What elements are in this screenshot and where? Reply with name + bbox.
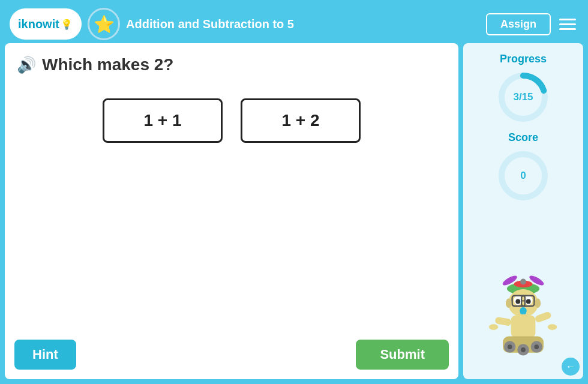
- back-arrow-icon: ←: [566, 361, 575, 372]
- wheel-3-center: [534, 344, 539, 349]
- back-arrow-button[interactable]: ←: [562, 358, 580, 376]
- question-header: 🔊 Which makes 2?: [17, 55, 446, 74]
- submit-button[interactable]: Submit: [356, 340, 449, 370]
- menu-line-1: [559, 19, 576, 20]
- progress-circle: 3/15: [496, 70, 550, 124]
- menu-line-2: [559, 23, 576, 25]
- right-panel: Progress 3/15 Score 0: [463, 43, 583, 379]
- star-icon: ⭐: [94, 14, 115, 34]
- pacifier-guard: [520, 312, 526, 314]
- logo-text: iknowit: [18, 17, 59, 31]
- bulb-icon: 💡: [61, 19, 73, 30]
- ear-right: [535, 299, 541, 308]
- sound-icon[interactable]: 🔊: [17, 56, 36, 74]
- lesson-title: Addition and Subtraction to 5: [126, 17, 480, 31]
- star-badge: ⭐: [88, 8, 120, 40]
- hand-left: [489, 324, 499, 330]
- wheel-1-center: [508, 344, 512, 349]
- arm-right: [534, 311, 551, 323]
- answer-option-2[interactable]: 1 + 2: [241, 98, 361, 143]
- progress-value: 3/15: [513, 91, 533, 103]
- score-value: 0: [520, 170, 526, 182]
- eye-right-pupil: [526, 299, 531, 304]
- header: iknowit 💡 ⭐ Addition and Subtraction to …: [5, 5, 583, 43]
- propeller-center: [520, 279, 526, 285]
- menu-button[interactable]: [557, 16, 578, 32]
- app-frame: iknowit 💡 ⭐ Addition and Subtraction to …: [0, 0, 588, 384]
- wheel-2-center: [521, 347, 526, 352]
- torso: [511, 316, 536, 338]
- hint-button[interactable]: Hint: [14, 340, 76, 370]
- hand-right: [548, 324, 557, 330]
- answer-option-1[interactable]: 1 + 1: [103, 98, 223, 143]
- ear-left: [506, 299, 512, 308]
- eye-left-pupil: [515, 299, 520, 304]
- question-panel: 🔊 Which makes 2? 1 + 1 1 + 2 Hint Submit: [5, 43, 458, 379]
- score-label: Score: [508, 131, 538, 144]
- answer-options: 1 + 1 1 + 2: [17, 98, 446, 143]
- logo: iknowit 💡: [10, 8, 82, 40]
- arm-left: [494, 317, 512, 326]
- progress-label: Progress: [500, 53, 547, 65]
- menu-line-3: [559, 28, 576, 30]
- assign-button[interactable]: Assign: [486, 13, 551, 35]
- main-content: 🔊 Which makes 2? 1 + 1 1 + 2 Hint Submit…: [5, 43, 583, 379]
- question-text: Which makes 2?: [42, 55, 173, 74]
- robot-character: [484, 271, 562, 367]
- bottom-bar: Hint Submit: [14, 340, 449, 370]
- robot-area: [484, 210, 562, 373]
- score-circle: 0: [496, 149, 550, 203]
